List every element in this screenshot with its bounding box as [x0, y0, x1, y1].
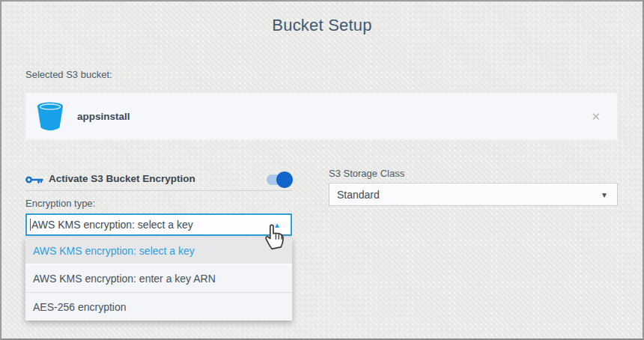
- encryption-toggle[interactable]: [267, 171, 292, 188]
- activate-encryption-label: Activate S3 Bucket Encryption: [49, 173, 195, 184]
- close-icon[interactable]: ✕: [591, 111, 601, 122]
- chevron-up-icon[interactable]: ▲: [273, 221, 281, 229]
- bucket-name: appsinstall: [77, 93, 130, 139]
- key-icon: [25, 174, 43, 185]
- option-kms-key-arn[interactable]: AWS KMS encryption: enter a key ARN: [25, 265, 292, 293]
- encryption-type-options: AWS KMS encryption: select a key AWS KMS…: [25, 237, 292, 321]
- storage-class-label: S3 Storage Class: [329, 168, 404, 179]
- section-divider: [25, 190, 292, 191]
- chevron-down-icon: ▼: [601, 190, 608, 198]
- toggle-knob: [276, 171, 293, 188]
- encryption-header-row: Activate S3 Bucket Encryption: [25, 171, 292, 189]
- encryption-type-combobox[interactable]: AWS KMS encryption: select a key ▲: [25, 213, 292, 236]
- combobox-value: AWS KMS encryption: select a key: [31, 219, 193, 231]
- page-title: Bucket Setup: [1, 16, 643, 35]
- option-aes-256[interactable]: AES-256 encryption: [25, 293, 292, 321]
- selected-bucket-card: appsinstall ✕: [25, 92, 618, 140]
- s3-bucket-icon: [36, 100, 64, 133]
- encryption-type-label: Encryption type:: [25, 198, 95, 209]
- text-caret: [30, 219, 31, 231]
- storage-class-value: Standard: [337, 189, 380, 201]
- selected-bucket-label: Selected S3 bucket:: [25, 69, 112, 80]
- option-kms-select-key[interactable]: AWS KMS encryption: select a key: [25, 237, 292, 265]
- storage-class-select[interactable]: Standard ▼: [329, 183, 618, 206]
- bucket-setup-dialog: Bucket Setup Selected S3 bucket: appsins…: [0, 0, 644, 340]
